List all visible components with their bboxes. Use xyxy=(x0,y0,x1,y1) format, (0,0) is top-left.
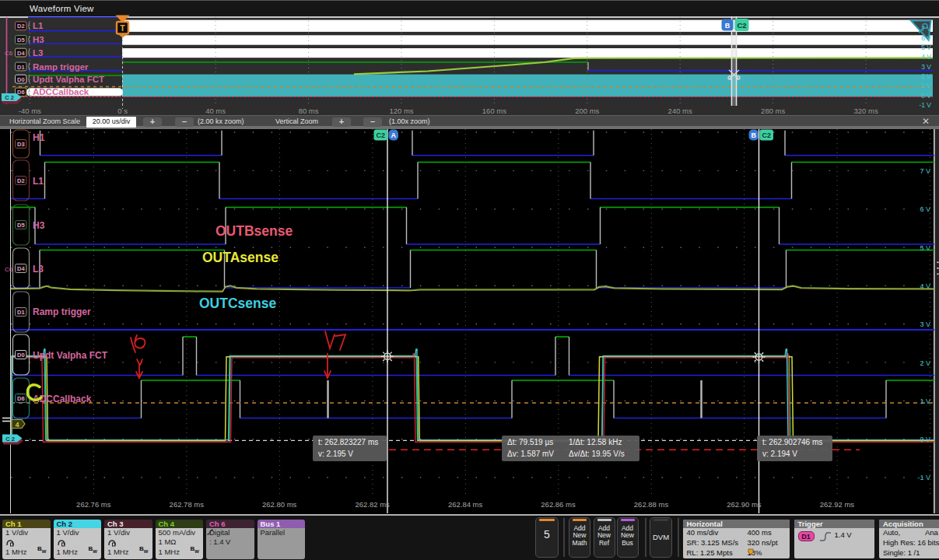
svg-text:4 V: 4 V xyxy=(921,53,931,61)
svg-text:C6: C6 xyxy=(5,266,13,273)
svg-text:OUTCsense: OUTCsense xyxy=(199,296,276,311)
svg-text:D2: D2 xyxy=(17,23,25,30)
svg-text:ADCCallback: ADCCallback xyxy=(33,87,89,96)
svg-text:3 V: 3 V xyxy=(920,320,930,328)
svg-text:L1: L1 xyxy=(33,21,44,30)
svg-text:262.80 ms: 262.80 ms xyxy=(262,500,297,509)
svg-text:-1 V: -1 V xyxy=(919,101,931,109)
svg-text:5 V: 5 V xyxy=(921,44,931,51)
svg-text:1 V: 1 V xyxy=(920,397,930,405)
svg-text:2 V: 2 V xyxy=(921,72,931,80)
svg-text:262.88 ms: 262.88 ms xyxy=(634,500,669,509)
svg-text:B: B xyxy=(751,131,756,139)
svg-text:C2: C2 xyxy=(376,131,385,139)
svg-text:0 s: 0 s xyxy=(117,107,128,115)
svg-text:Updt Valpha FCT: Updt Valpha FCT xyxy=(33,350,108,361)
svg-text:7 V: 7 V xyxy=(920,167,930,175)
svg-text:120 ms: 120 ms xyxy=(389,107,413,115)
svg-text:262.84 ms: 262.84 ms xyxy=(448,500,483,509)
svg-text:Ramp trigger: Ramp trigger xyxy=(33,306,91,317)
svg-text:C6: C6 xyxy=(5,50,13,57)
svg-text:D4: D4 xyxy=(17,265,25,272)
svg-text:5 V: 5 V xyxy=(920,244,930,252)
svg-text:D3: D3 xyxy=(17,141,25,148)
svg-text:2 V: 2 V xyxy=(920,359,930,367)
svg-text:T: T xyxy=(120,23,125,33)
svg-text:L3: L3 xyxy=(33,264,44,275)
svg-text:262.82 ms: 262.82 ms xyxy=(356,500,391,509)
svg-text:H3: H3 xyxy=(33,35,44,44)
svg-text:D5: D5 xyxy=(17,222,25,229)
svg-text:6 V: 6 V xyxy=(920,205,930,213)
svg-text:Ramp trigger: Ramp trigger xyxy=(33,62,89,72)
svg-text:240 ms: 240 ms xyxy=(668,107,692,115)
svg-text:C 2: C 2 xyxy=(5,436,15,443)
svg-text:262.92 ms: 262.92 ms xyxy=(820,500,855,509)
svg-text:B: B xyxy=(725,22,731,30)
svg-text:H1: H1 xyxy=(33,132,45,143)
svg-text:1 V: 1 V xyxy=(921,82,931,89)
svg-text:320 ms: 320 ms xyxy=(854,107,878,115)
svg-text:3 V: 3 V xyxy=(921,63,931,71)
svg-text:4 V: 4 V xyxy=(920,282,930,290)
svg-text:D6: D6 xyxy=(17,395,25,402)
svg-text:200 ms: 200 ms xyxy=(575,107,599,115)
svg-text:40 ms: 40 ms xyxy=(205,107,226,115)
svg-text:D4: D4 xyxy=(17,50,25,57)
svg-text:-40 ms: -40 ms xyxy=(19,107,41,115)
svg-text:D1: D1 xyxy=(17,309,25,316)
svg-text:Updt Valpha FCT: Updt Valpha FCT xyxy=(33,75,104,84)
svg-text:L3: L3 xyxy=(33,48,43,58)
svg-text:262.90 ms: 262.90 ms xyxy=(727,500,762,509)
svg-text:80 ms: 80 ms xyxy=(299,107,319,115)
svg-text:262.86 ms: 262.86 ms xyxy=(541,500,576,509)
svg-text:7 V: 7 V xyxy=(921,25,931,33)
svg-text:A: A xyxy=(391,131,396,139)
svg-text:C 2: C 2 xyxy=(5,94,14,101)
svg-text:C2: C2 xyxy=(737,21,746,30)
svg-text:-1 V: -1 V xyxy=(917,474,930,481)
svg-text:280 ms: 280 ms xyxy=(761,107,785,115)
svg-text:6 V: 6 V xyxy=(921,34,931,42)
svg-text:D1: D1 xyxy=(17,64,25,71)
svg-text:262.76 ms: 262.76 ms xyxy=(76,500,111,509)
svg-text:OUTBsense: OUTBsense xyxy=(215,223,293,239)
svg-text:262.78 ms: 262.78 ms xyxy=(170,500,205,509)
svg-text:0 V: 0 V xyxy=(920,436,930,443)
svg-text:D0: D0 xyxy=(17,352,25,359)
svg-text:H3: H3 xyxy=(33,220,45,231)
svg-text:160 ms: 160 ms xyxy=(482,107,506,115)
svg-text:D0: D0 xyxy=(17,76,25,83)
svg-text:D2: D2 xyxy=(17,177,25,184)
svg-text:0 V: 0 V xyxy=(921,92,931,100)
svg-text:L1: L1 xyxy=(33,176,44,187)
svg-text:4: 4 xyxy=(16,421,19,429)
svg-text:OUTAsense: OUTAsense xyxy=(202,250,279,265)
svg-text:D5: D5 xyxy=(17,37,25,44)
svg-text:C2: C2 xyxy=(762,131,771,139)
